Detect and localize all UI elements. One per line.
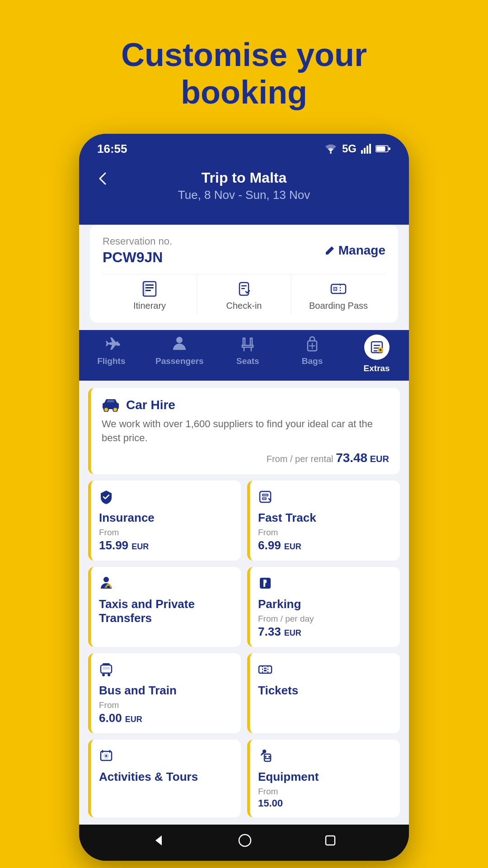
bus-train-card[interactable]: Bus and Train From 6.00 EUR <box>88 653 241 733</box>
home-btn[interactable] <box>238 834 252 847</box>
wifi-icon <box>324 144 338 154</box>
svg-rect-39 <box>107 400 114 402</box>
service-nav-seats[interactable]: Seats <box>227 335 268 373</box>
svg-rect-25 <box>335 290 336 291</box>
tickets-title: Tickets <box>258 684 392 698</box>
svg-point-38 <box>113 407 117 412</box>
equipment-icon <box>258 749 272 763</box>
quick-nav-boarding[interactable]: Boarding Pass <box>291 274 385 314</box>
equipment-from: From <box>258 787 392 797</box>
extras-label: Extras <box>364 363 390 373</box>
service-nav: Flights Passengers Seats <box>79 330 409 381</box>
nav-back-icon <box>152 834 165 847</box>
svg-rect-20 <box>335 287 336 288</box>
quick-nav-itinerary[interactable]: Itinerary <box>103 274 197 314</box>
car-hire-currency: EUR <box>370 454 389 464</box>
svg-rect-15 <box>241 288 245 289</box>
svg-rect-59 <box>264 754 271 761</box>
car-hire-price: From / per rental 73.48 EUR <box>102 451 389 465</box>
page-background: Customise your booking 16:55 5G <box>0 0 488 868</box>
taxis-card[interactable]: Taxis and Private Transfers <box>88 567 241 647</box>
tickets-icon <box>258 662 272 677</box>
svg-rect-11 <box>145 290 151 291</box>
car-hire-price-label: From / per rental <box>267 454 333 464</box>
reservation-label: Reservation no. <box>103 236 172 247</box>
cards-row-4: Activities & Tours <box>88 740 400 817</box>
activities-card[interactable]: Activities & Tours <box>88 740 241 817</box>
parking-price: 7.33 EUR <box>258 625 392 639</box>
back-button[interactable] <box>95 170 112 191</box>
bus-train-from: From <box>99 700 233 710</box>
pencil-icon <box>325 245 335 255</box>
back-btn[interactable] <box>152 834 165 847</box>
car-hire-title: Car Hire <box>126 398 175 412</box>
status-bar: 16:55 5G <box>79 134 409 160</box>
tickets-card[interactable]: Tickets <box>247 653 400 733</box>
svg-point-0 <box>330 152 332 154</box>
checkin-icon <box>236 281 252 297</box>
car-hire-desc: We work with over 1,600 suppliers to fin… <box>102 417 389 446</box>
svg-rect-46 <box>103 663 110 665</box>
reservation-number: PCW9JN <box>103 249 172 266</box>
svg-point-48 <box>108 674 110 676</box>
quick-nav-checkin[interactable]: Check-in <box>197 274 291 314</box>
itinerary-label: Itinerary <box>133 301 166 311</box>
activities-icon <box>99 749 113 763</box>
activities-title: Activities & Tours <box>99 770 233 784</box>
svg-rect-26 <box>336 290 337 291</box>
battery-icon <box>375 145 391 153</box>
manage-label[interactable]: Manage <box>338 243 385 258</box>
svg-point-57 <box>105 755 107 757</box>
service-nav-passengers[interactable]: Passengers <box>155 335 204 373</box>
passengers-icon <box>170 335 188 353</box>
fast-track-title: Fast Track <box>258 511 392 525</box>
cards-container: Car Hire We work with over 1,600 supplie… <box>79 381 409 825</box>
svg-point-41 <box>103 577 109 582</box>
app-header: Trip to Malta Tue, 8 Nov - Sun, 13 Nov <box>79 160 409 216</box>
svg-rect-14 <box>241 285 247 287</box>
svg-marker-63 <box>155 835 162 845</box>
svg-rect-6 <box>376 146 385 151</box>
fast-track-icon <box>258 490 272 504</box>
insurance-from: From <box>99 528 233 538</box>
boarding-label: Boarding Pass <box>309 301 368 311</box>
fast-track-card[interactable]: Fast Track From 6.99 EUR <box>247 481 400 561</box>
signal-badge: 5G <box>342 142 357 155</box>
equipment-card[interactable]: Equipment From 15.00 <box>247 740 400 817</box>
nav-recents-icon <box>324 835 336 846</box>
boarding-pass-icon <box>330 281 347 297</box>
equipment-title: Equipment <box>258 770 392 784</box>
taxis-title: Taxis and Private Transfers <box>99 597 233 625</box>
svg-rect-40 <box>260 491 271 502</box>
bags-icon <box>303 335 321 353</box>
svg-rect-10 <box>145 287 154 288</box>
trip-title: Trip to Malta <box>97 170 391 186</box>
svg-rect-4 <box>369 144 371 154</box>
headline-text: Customise your booking <box>121 36 367 111</box>
itinerary-icon <box>141 281 158 297</box>
parking-title: Parking <box>258 597 392 611</box>
parking-card[interactable]: Parking From / per day 7.33 EUR <box>247 567 400 647</box>
car-hire-card[interactable]: Car Hire We work with over 1,600 supplie… <box>88 388 400 475</box>
car-hire-icon <box>102 398 120 412</box>
service-nav-bags[interactable]: Bags <box>292 335 333 373</box>
svg-point-27 <box>176 337 183 343</box>
nav-home-icon <box>238 834 252 847</box>
bus-train-icon <box>99 662 113 677</box>
svg-point-37 <box>104 407 108 412</box>
passengers-label: Passengers <box>155 356 204 366</box>
insurance-card[interactable]: Insurance From 15.99 EUR <box>88 481 241 561</box>
recents-btn[interactable] <box>324 835 336 846</box>
seats-label: Seats <box>236 356 259 366</box>
svg-rect-9 <box>145 284 154 286</box>
service-nav-extras[interactable]: Extras <box>357 335 397 373</box>
extras-icon-bg <box>364 335 389 360</box>
service-nav-flights[interactable]: Flights <box>91 335 131 373</box>
parking-from: From / per day <box>258 614 392 624</box>
manage-button[interactable]: Manage <box>325 243 385 258</box>
insurance-icon <box>99 490 113 504</box>
svg-rect-2 <box>364 148 366 154</box>
cards-row-3: Bus and Train From 6.00 EUR <box>88 653 400 733</box>
svg-rect-65 <box>326 836 335 845</box>
svg-rect-21 <box>336 287 337 288</box>
